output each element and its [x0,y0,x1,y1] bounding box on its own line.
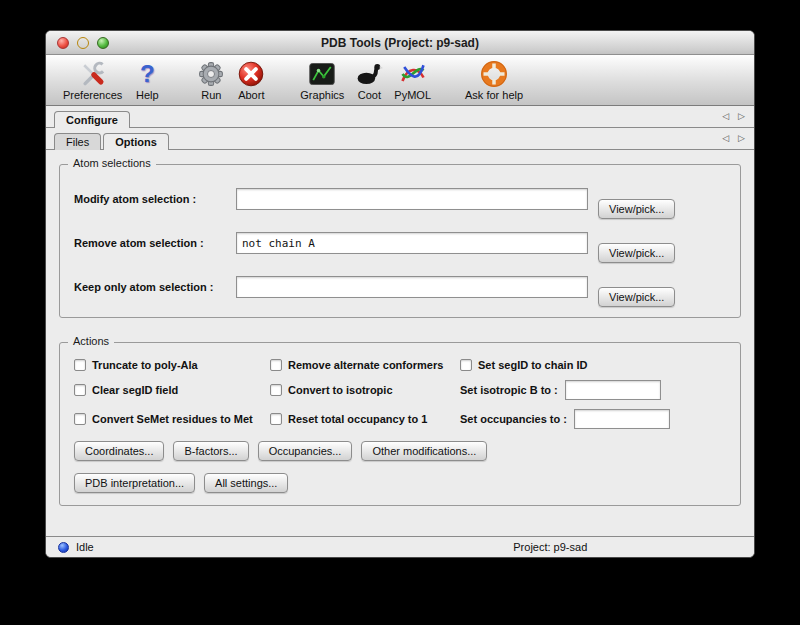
toolbar-run[interactable]: Run [196,59,226,102]
field-label: Set occupancies to : [460,413,567,425]
actions-grid: Truncate to poly-Ala Remove alternate co… [60,355,740,429]
checkbox-box[interactable] [460,359,472,371]
toolbar-label: Preferences [63,89,122,102]
toolbar-graphics[interactable]: Graphics [300,59,344,102]
atom-selections-group: Atom selections Modify atom selection : … [59,164,741,318]
remove-viewpick-button[interactable]: View/pick... [598,243,675,263]
toolbar-label: Graphics [300,89,344,102]
set-isotropic-b-field: Set isotropic B to : [460,380,726,400]
toolbar-coot[interactable]: Coot [354,59,384,102]
set-segid-chainid-checkbox[interactable]: Set segID to chain ID [460,359,726,371]
options-panel: Atom selections Modify atom selection : … [46,150,754,536]
modify-selection-row: Modify atom selection : View/pick... [74,177,726,221]
checkbox-box[interactable] [74,413,86,425]
help-icon: ? [132,59,162,89]
toolbar-pymol[interactable]: PyMOL [394,59,431,102]
close-button[interactable] [57,37,69,49]
checkbox-label: Reset total occupancy to 1 [288,413,427,425]
graphics-icon [307,59,337,89]
clear-segid-checkbox[interactable]: Clear segID field [74,384,270,396]
toolbar-help[interactable]: ? Help [132,59,162,102]
reset-occupancy-checkbox[interactable]: Reset total occupancy to 1 [270,413,460,425]
pdb-interpretation-button[interactable]: PDB interpretation... [74,473,195,493]
coordinates-button[interactable]: Coordinates... [74,441,164,461]
actions-buttons-row1: Coordinates... B-factors... Occupancies.… [60,441,740,461]
modify-selection-input[interactable] [236,188,588,210]
truncate-polyala-checkbox[interactable]: Truncate to poly-Ala [74,359,270,371]
tab-nav-left-icon[interactable]: ◁ [722,111,729,121]
set-occupancies-input[interactable] [574,409,670,429]
checkbox-label: Truncate to poly-Ala [92,359,198,371]
checkbox-label: Set segID to chain ID [478,359,587,371]
actions-group: Actions Truncate to poly-Ala Remove alte… [59,342,741,506]
set-isotropic-b-input[interactable] [565,380,661,400]
checkbox-box[interactable] [270,413,282,425]
keep-viewpick-button[interactable]: View/pick... [598,287,675,307]
status-text: Idle [76,541,94,553]
toolbar-label: Run [201,89,221,102]
toolbar-label: Help [136,89,159,102]
window-title: PDB Tools (Project: p9-sad) [321,36,479,50]
toolbar-label: Ask for help [465,89,523,102]
status-indicator-icon [58,542,69,553]
toolbar-label: Coot [358,89,381,102]
checkbox-label: Clear segID field [92,384,178,396]
minimize-button[interactable] [77,37,89,49]
inner-tabstrip: Files Options ◁ ▷ [46,128,754,150]
checkbox-label: Remove alternate conformers [288,359,443,371]
occupancies-button[interactable]: Occupancies... [258,441,353,461]
checkbox-box[interactable] [74,359,86,371]
tab-options[interactable]: Options [103,133,169,150]
toolbar-label: PyMOL [394,89,431,102]
remove-alt-conformers-checkbox[interactable]: Remove alternate conformers [270,359,460,371]
tab-files[interactable]: Files [54,133,101,150]
tab-nav-arrows: ◁ ▷ [722,133,745,143]
toolbar-label: Abort [238,89,264,102]
abort-icon [236,59,266,89]
keep-selection-row: Keep only atom selection : View/pick... [74,265,726,309]
group-title: Atom selections [68,157,156,169]
actions-buttons-row2: PDB interpretation... All settings... [60,473,740,493]
checkbox-box[interactable] [270,384,282,396]
preferences-icon [78,59,108,89]
bfactors-button[interactable]: B-factors... [173,441,248,461]
tab-nav-left-icon[interactable]: ◁ [722,133,729,143]
tab-nav-arrows: ◁ ▷ [722,111,745,121]
checkbox-box[interactable] [270,359,282,371]
all-settings-button[interactable]: All settings... [204,473,288,493]
statusbar: Idle Project: p9-sad [46,536,754,557]
remove-selection-label: Remove atom selection : [74,237,236,249]
modify-selection-label: Modify atom selection : [74,193,236,205]
toolbar: Preferences ? Help [46,55,754,106]
toolbar-abort[interactable]: Abort [236,59,266,102]
modify-viewpick-button[interactable]: View/pick... [598,199,675,219]
toolbar-preferences[interactable]: Preferences [63,59,122,102]
checkbox-label: Convert SeMet residues to Met [92,413,253,425]
group-title: Actions [68,335,114,347]
outer-tabstrip: Configure ◁ ▷ [46,106,754,128]
coot-bird-icon [354,59,384,89]
checkbox-label: Convert to isotropic [288,384,393,396]
run-gear-icon [196,59,226,89]
project-label: Project: p9-sad [513,541,587,553]
keep-selection-label: Keep only atom selection : [74,281,236,293]
toolbar-ask-for-help[interactable]: Ask for help [465,59,523,102]
checkbox-box[interactable] [74,384,86,396]
pymol-icon [398,59,428,89]
other-modifications-button[interactable]: Other modifications... [361,441,487,461]
zoom-button[interactable] [97,37,109,49]
tab-configure[interactable]: Configure [54,111,130,128]
traffic-lights [57,31,109,54]
convert-isotropic-checkbox[interactable]: Convert to isotropic [270,384,460,396]
tab-nav-right-icon[interactable]: ▷ [738,111,745,121]
tab-nav-right-icon[interactable]: ▷ [738,133,745,143]
remove-selection-input[interactable] [236,232,588,254]
field-label: Set isotropic B to : [460,384,558,396]
convert-semet-checkbox[interactable]: Convert SeMet residues to Met [74,413,270,425]
lifebuoy-icon [479,59,509,89]
set-occupancies-field: Set occupancies to : [460,409,726,429]
remove-selection-row: Remove atom selection : View/pick... [74,221,726,265]
titlebar[interactable]: PDB Tools (Project: p9-sad) [46,31,754,55]
keep-selection-input[interactable] [236,276,588,298]
pdb-tools-window: PDB Tools (Project: p9-sad) Preferences … [45,30,755,558]
